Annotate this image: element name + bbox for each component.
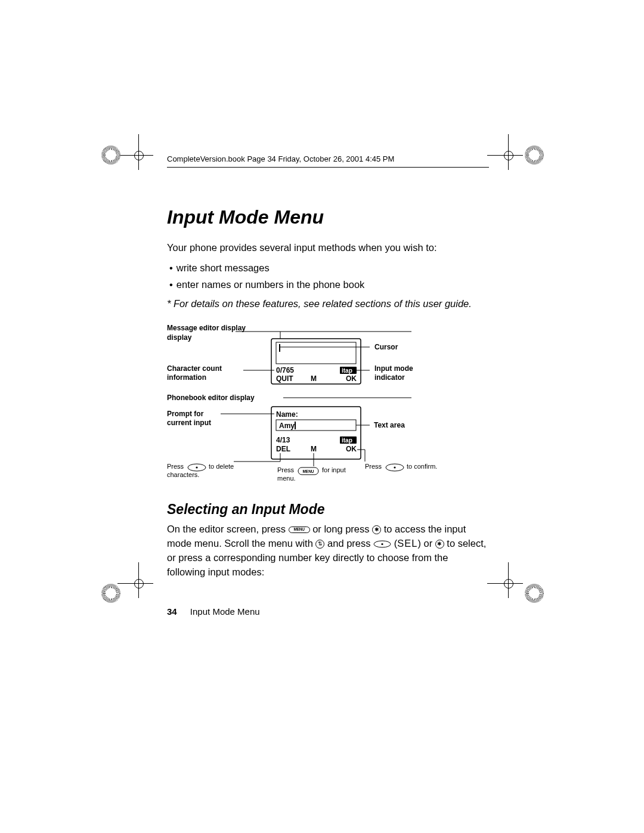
bullet-item: write short messages — [167, 261, 489, 275]
section-heading: Selecting an Input Mode — [167, 501, 489, 518]
foot-mid-pre: Press — [277, 466, 295, 473]
text-run: or long press — [312, 524, 372, 534]
svg-text:Input mode: Input mode — [374, 364, 413, 373]
softkey-button-icon — [188, 464, 206, 471]
page-footer: 34 Input Mode Menu — [167, 606, 489, 618]
svg-text:display: display — [167, 333, 192, 342]
softkey-left: QUIT — [276, 374, 293, 383]
svg-point-42 — [394, 466, 395, 468]
crop-mark-bottom-right — [493, 568, 523, 598]
crop-mark-bottom-left — [123, 568, 153, 598]
body-paragraph: On the editor screen, press MENU or long… — [167, 522, 489, 580]
softkey-mid: M — [311, 374, 317, 383]
softkey-right: OK — [346, 445, 357, 453]
softkey-right: OK — [346, 374, 357, 383]
text-run: ) or — [417, 538, 435, 549]
foot-mid-post-1: for input — [322, 466, 346, 473]
spiral-icon — [525, 584, 544, 603]
label-text-area: Text area — [374, 421, 405, 429]
svg-text:for input: for input — [322, 466, 346, 473]
label-input-mode: Input mode — [374, 364, 413, 373]
svg-text:Press: Press — [365, 463, 382, 470]
ok-key-icon: ✱ — [435, 540, 444, 549]
label-message-editor-2: display — [167, 333, 192, 342]
spiral-icon — [101, 145, 120, 165]
svg-text:Press: Press — [277, 466, 295, 473]
text-run: On the editor screen, press — [167, 524, 289, 534]
svg-text:Prompt for: Prompt for — [167, 410, 204, 418]
input-mode-chip: itap — [342, 437, 352, 444]
char-count-value: 0/765 — [276, 366, 294, 374]
svg-text:to delete: to delete — [209, 463, 234, 470]
pb-count: 4/13 — [276, 436, 290, 444]
svg-text:MENU: MENU — [302, 469, 314, 473]
crop-mark-top-left — [123, 140, 153, 170]
svg-text:Press: Press — [167, 463, 184, 470]
input-mode-chip: itap — [342, 367, 352, 374]
label-message-editor: Message editor display — [167, 324, 246, 332]
field-prompt: Name: — [276, 410, 298, 419]
svg-text:information: information — [167, 373, 206, 382]
field-value: Amy — [279, 422, 295, 430]
label-char-count: Character count — [167, 364, 222, 373]
svg-point-32 — [196, 466, 197, 468]
label-cursor: Cursor — [374, 343, 398, 351]
svg-text:Character count: Character count — [167, 364, 222, 373]
foot-left-pre: Press — [167, 463, 184, 470]
svg-text:characters.: characters. — [167, 471, 199, 478]
device-screen-diagram: Message editor display 0/765 itap QUIT M… — [167, 323, 492, 487]
foot-right-post: to confirm. — [407, 463, 437, 470]
content-column: CompleteVersion.book Page 34 Friday, Oct… — [167, 154, 489, 618]
footnote: * For details on these features, see rel… — [167, 297, 489, 311]
nav-key-icon: ⇅ — [315, 540, 324, 549]
page-title: Input Mode Menu — [167, 207, 489, 228]
label-input-mode-2: indicator — [374, 373, 405, 382]
page-number: 34 — [167, 606, 177, 617]
foot-right-pre: Press — [365, 463, 382, 470]
svg-text:indicator: indicator — [374, 373, 405, 382]
meta-header: CompleteVersion.book Page 34 Friday, Oct… — [167, 154, 489, 168]
spiral-icon — [525, 145, 544, 165]
softkey-button-icon — [386, 464, 404, 471]
diagrams: Message editor display 0/765 itap QUIT M… — [167, 323, 489, 487]
svg-text:menu.: menu. — [277, 475, 296, 482]
softkey-mid: M — [311, 445, 317, 453]
label-phonebook-editor: Phonebook editor display — [167, 394, 255, 402]
text-run: and press — [327, 538, 373, 549]
svg-text:current input: current input — [167, 419, 211, 427]
section-name: Input Mode Menu — [190, 606, 260, 617]
foot-mid-post-2: menu. — [277, 475, 296, 482]
page: CompleteVersion.book Page 34 Friday, Oct… — [0, 0, 644, 833]
svg-text:to confirm.: to confirm. — [407, 463, 437, 470]
intro-paragraph: Your phone provides several input method… — [167, 241, 489, 255]
ok-key-icon: ✱ — [372, 525, 381, 534]
spiral-icon — [101, 584, 120, 603]
label-prompt-2: current input — [167, 419, 211, 427]
label-char-count-2: information — [167, 373, 206, 382]
menu-button-icon: MENU — [289, 527, 310, 534]
svg-text:Message editor display: Message editor display — [167, 324, 246, 332]
bullet-item: enter names or numbers in the phone book — [167, 278, 489, 292]
menu-button-icon: MENU — [298, 467, 318, 475]
foot-left-post-1: to delete — [209, 463, 234, 470]
softkey-left: DEL — [276, 445, 290, 453]
softkey-button-icon — [373, 540, 391, 548]
intro-bullets: write short messages enter names or numb… — [167, 261, 489, 292]
svg-point-45 — [381, 543, 383, 545]
sel-label: SEL — [397, 538, 417, 549]
crop-mark-top-right — [493, 140, 523, 170]
label-prompt: Prompt for — [167, 410, 204, 418]
foot-left-post-2: characters. — [167, 471, 199, 478]
svg-rect-5 — [276, 342, 356, 364]
